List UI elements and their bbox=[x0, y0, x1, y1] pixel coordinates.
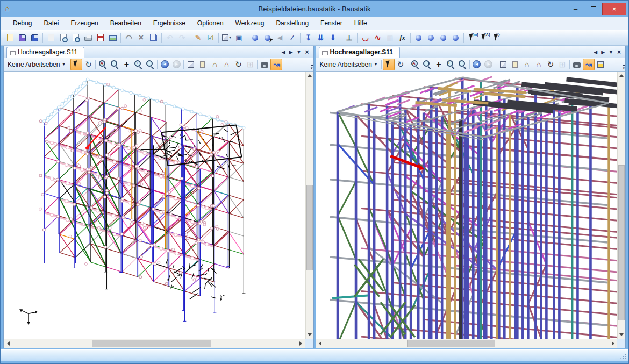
support-button[interactable]: ⊥ bbox=[343, 31, 355, 44]
select-poly-cursor-button[interactable]: ◇ bbox=[490, 31, 503, 44]
menu-item-debug[interactable]: Debug bbox=[7, 18, 38, 28]
zoom-in-button[interactable]: + bbox=[445, 59, 456, 70]
tab-list-button[interactable]: ▼ bbox=[297, 50, 302, 55]
zoom-in-button[interactable]: + bbox=[132, 59, 144, 70]
view-side-button[interactable]: ⌂ bbox=[220, 59, 232, 70]
spin-select-button[interactable]: ↻ bbox=[395, 59, 406, 70]
close-document-button[interactable]: × bbox=[305, 49, 309, 55]
nodal-load-button[interactable]: ↧ bbox=[302, 31, 314, 44]
document-tab[interactable]: Hochreagallager.S11 bbox=[319, 47, 400, 58]
edit-properties-button[interactable]: ✎ bbox=[192, 31, 204, 44]
page-view-button[interactable] bbox=[57, 31, 69, 44]
menu-item-datei[interactable]: Datei bbox=[38, 18, 65, 28]
scroll-right-button[interactable] bbox=[297, 339, 305, 348]
close-button[interactable]: × bbox=[602, 3, 626, 15]
delete-button[interactable]: × bbox=[135, 31, 147, 44]
vertical-scrollbar[interactable] bbox=[617, 72, 625, 339]
node-sphere-button[interactable] bbox=[249, 31, 261, 44]
close-document-button[interactable]: × bbox=[617, 49, 621, 55]
zoom-document-button[interactable] bbox=[69, 31, 82, 44]
new-window-button[interactable]: ▣ bbox=[233, 31, 245, 44]
workplane-dropdown[interactable]: Keine Arbeitseben ▾ bbox=[318, 60, 380, 69]
node-distribute-button[interactable] bbox=[437, 31, 449, 44]
scroll-tabs-right-button[interactable]: ▶ bbox=[601, 50, 605, 55]
menu-item-erzeugen[interactable]: Erzeugen bbox=[65, 18, 104, 28]
toolbar-overflow-button[interactable]: ▾ bbox=[311, 65, 313, 70]
check-settings-button[interactable]: ☑ bbox=[204, 31, 217, 44]
render-solid-button[interactable] bbox=[595, 59, 606, 70]
scroll-right-button[interactable] bbox=[609, 339, 617, 348]
menu-item-hilfe[interactable]: Hilfe bbox=[348, 18, 373, 28]
copy-button[interactable] bbox=[147, 31, 160, 44]
open-project-button[interactable] bbox=[16, 31, 28, 44]
zoom-out-button[interactable]: − bbox=[456, 59, 468, 70]
tab-list-button[interactable]: ▼ bbox=[609, 50, 613, 55]
zoom-dynamic-button[interactable] bbox=[109, 59, 120, 70]
vertical-scrollbar[interactable] bbox=[305, 72, 313, 339]
node-align-button[interactable] bbox=[425, 31, 437, 44]
view-side-button[interactable]: ⌂ bbox=[533, 59, 545, 70]
node-move-button[interactable] bbox=[412, 31, 425, 44]
select-cursor-button[interactable] bbox=[70, 59, 82, 70]
menu-item-werkzeug[interactable]: Werkzeug bbox=[230, 18, 270, 28]
rotate-view-button[interactable]: ↻ bbox=[545, 59, 556, 70]
scroll-tabs-left-button[interactable]: ◀ bbox=[282, 50, 285, 55]
toolbar-overflow-button[interactable]: ▾ bbox=[623, 65, 625, 70]
scroll-down-button[interactable] bbox=[618, 331, 625, 339]
pan-view-button[interactable]: + bbox=[120, 59, 132, 70]
pan-view-button[interactable]: + bbox=[433, 59, 445, 70]
vertical-scroll-thumb[interactable] bbox=[618, 165, 625, 321]
export-pdf-button[interactable] bbox=[94, 31, 106, 44]
export-image-button[interactable] bbox=[106, 31, 119, 44]
workplane-dropdown[interactable]: Keine Arbeitseben ▾ bbox=[5, 60, 68, 69]
print-preview-button[interactable] bbox=[45, 31, 57, 44]
zoom-window-button[interactable]: A bbox=[97, 59, 109, 70]
menu-item-darstellung[interactable]: Darstellung bbox=[270, 18, 314, 28]
new-project-button[interactable] bbox=[4, 31, 16, 44]
save-button[interactable] bbox=[28, 31, 41, 44]
moment-diagram-button[interactable]: ◡ bbox=[359, 31, 371, 44]
menu-item-ergebnisse[interactable]: Ergebnisse bbox=[147, 18, 191, 28]
view-home-button[interactable]: ⌂ bbox=[209, 59, 220, 70]
rotate-view-button[interactable]: ↻ bbox=[232, 59, 244, 70]
maximize-button[interactable] bbox=[584, 3, 602, 15]
horizontal-scrollbar[interactable] bbox=[316, 339, 618, 348]
zoom-dynamic-button[interactable] bbox=[421, 59, 433, 70]
animation-path-button[interactable]: ↝ bbox=[270, 59, 282, 70]
document-tab[interactable]: Hochreagallager.S11 bbox=[6, 47, 84, 58]
view-previous-button[interactable]: ◄ bbox=[159, 59, 170, 70]
horizontal-scrollbar[interactable] bbox=[4, 339, 305, 348]
spin-select-button[interactable]: ↻ bbox=[82, 59, 94, 70]
mirror-element-button[interactable]: ◀ bbox=[274, 31, 286, 44]
minimize-button[interactable]: – bbox=[567, 3, 584, 15]
view-home-button[interactable]: ⌂ bbox=[521, 59, 533, 70]
scroll-up-button[interactable] bbox=[618, 72, 625, 80]
scroll-up-button[interactable] bbox=[306, 72, 313, 80]
shear-diagram-button[interactable]: ∿ bbox=[371, 31, 384, 44]
select-member-cursor-button[interactable]: [m] bbox=[466, 31, 478, 44]
menu-item-bearbeiten[interactable]: Bearbeiten bbox=[104, 18, 147, 28]
zoom-out-button[interactable]: − bbox=[144, 59, 156, 70]
view-front-button[interactable] bbox=[509, 59, 521, 70]
line-select-button[interactable]: ∕ bbox=[286, 31, 298, 44]
zoom-window-button[interactable]: A bbox=[409, 59, 421, 70]
scroll-left-button[interactable] bbox=[316, 339, 325, 348]
view-isometric-button[interactable] bbox=[185, 59, 197, 70]
view-isometric-button[interactable] bbox=[497, 59, 509, 70]
scroll-down-button[interactable] bbox=[306, 331, 313, 339]
horizontal-scroll-thumb[interactable] bbox=[92, 340, 211, 347]
node-snap-button[interactable] bbox=[449, 31, 462, 44]
area-load-button[interactable]: ⇓ bbox=[327, 31, 339, 44]
select-cursor-button[interactable] bbox=[383, 59, 395, 70]
menu-item-optionen[interactable]: Optionen bbox=[191, 18, 230, 28]
select-area-cursor-button[interactable]: [A] bbox=[478, 31, 490, 44]
snapshot-camera-button[interactable] bbox=[571, 59, 583, 70]
horizontal-scroll-thumb[interactable] bbox=[407, 340, 495, 347]
animation-path-button[interactable]: ↝ bbox=[583, 59, 595, 70]
snapshot-camera-button[interactable] bbox=[259, 59, 270, 70]
scroll-tabs-right-button[interactable]: ▶ bbox=[289, 50, 293, 55]
viewport-rendered[interactable] bbox=[316, 72, 618, 339]
resize-grip[interactable] bbox=[619, 353, 626, 360]
view-front-button[interactable] bbox=[197, 59, 209, 70]
view-previous-button[interactable]: ◄ bbox=[471, 59, 483, 70]
